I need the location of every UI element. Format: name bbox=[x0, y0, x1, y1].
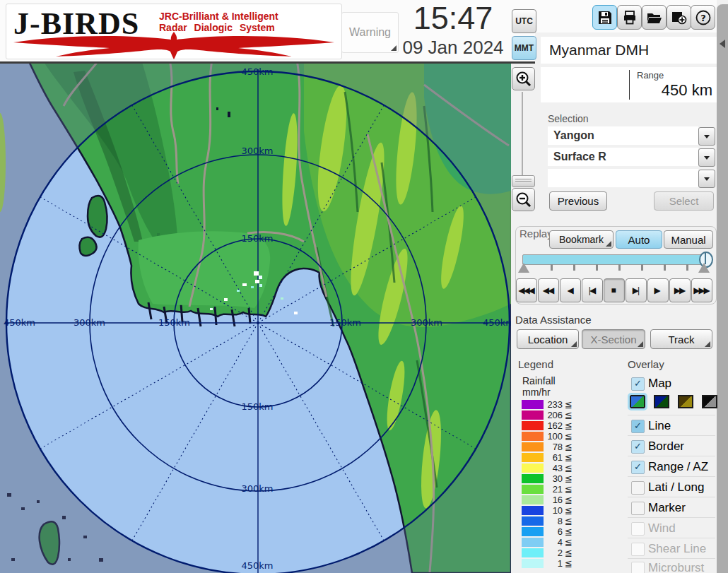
zoom-in-button[interactable] bbox=[512, 67, 535, 90]
legend-value: 61≦ bbox=[541, 452, 573, 463]
xsection-button[interactable]: X-Section bbox=[582, 329, 645, 349]
checkbox-checked-icon[interactable]: ✓ bbox=[631, 461, 645, 474]
rewind-fast-button[interactable]: ◀◀ bbox=[538, 278, 559, 302]
stop-button[interactable]: ■ bbox=[604, 278, 625, 302]
svg-text:150km: 150km bbox=[241, 233, 273, 244]
range-label: Range bbox=[637, 70, 664, 81]
overlay-item-lati-long[interactable]: Lati / Long bbox=[628, 480, 715, 497]
slider-tick bbox=[573, 264, 575, 271]
open-folder-button[interactable] bbox=[642, 5, 667, 30]
range-end-marker[interactable] bbox=[698, 263, 710, 273]
dropdown-extra-button[interactable] bbox=[698, 170, 715, 188]
zoom-slider-track[interactable] bbox=[522, 92, 523, 175]
help-button[interactable]: ? bbox=[691, 5, 715, 30]
manual-button[interactable]: Manual bbox=[664, 230, 713, 249]
svg-text:300km: 300km bbox=[74, 317, 105, 328]
legend-swatch bbox=[522, 453, 544, 462]
legend-value: 30≦ bbox=[541, 473, 573, 484]
overlay-item-border[interactable]: ✓ Border bbox=[628, 439, 715, 456]
zoom-out-button[interactable] bbox=[512, 188, 535, 211]
range-start-marker[interactable] bbox=[518, 263, 529, 273]
legend-swatch bbox=[522, 516, 544, 526]
location-button[interactable]: Location bbox=[517, 329, 579, 349]
island-cheduba bbox=[79, 237, 96, 256]
checkbox-checked-icon[interactable]: ✓ bbox=[631, 440, 645, 454]
checkbox-checked-icon[interactable]: ✓ bbox=[631, 420, 645, 433]
select-button[interactable]: Select bbox=[654, 191, 714, 211]
checkbox-unchecked-icon[interactable] bbox=[631, 502, 645, 515]
checkbox-checked-icon[interactable]: ✓ bbox=[631, 377, 645, 391]
track-button[interactable]: Track bbox=[650, 329, 712, 349]
map-style-swatch-1[interactable] bbox=[630, 395, 645, 408]
header: J-BIRDS JRC-Brilliant & Intelligent Rada… bbox=[0, 0, 535, 64]
overlay-item-range-az[interactable]: ✓ Range / AZ bbox=[628, 459, 715, 476]
overlay-title: Overlay bbox=[628, 358, 664, 370]
dropdown-extra[interactable] bbox=[548, 169, 715, 187]
dropdown-product-button[interactable] bbox=[698, 148, 715, 167]
legend-value: 206≦ bbox=[541, 410, 573, 420]
location-button-label: Location bbox=[528, 333, 568, 345]
overlay-item-label: Border bbox=[648, 439, 684, 454]
save-button[interactable] bbox=[592, 5, 617, 30]
dropdown-site-button[interactable] bbox=[698, 127, 715, 146]
divider bbox=[628, 517, 715, 518]
mmt-button[interactable]: MMT bbox=[512, 36, 536, 60]
skip-end-button[interactable]: ▶| bbox=[626, 278, 647, 302]
map-style-swatch-4[interactable] bbox=[702, 395, 717, 408]
overlay-item-shear-line[interactable]: Shear Line bbox=[628, 541, 715, 558]
svg-text:300km: 300km bbox=[411, 317, 442, 328]
legend-swatch bbox=[522, 421, 544, 430]
play-button[interactable]: ▶ bbox=[647, 278, 669, 302]
checkbox-unchecked-icon[interactable] bbox=[631, 481, 645, 495]
print-button[interactable] bbox=[617, 5, 642, 30]
island-ramree bbox=[88, 196, 107, 237]
radar-map[interactable]: 450km 300km 150km 150km 300km 450km 450k… bbox=[0, 64, 511, 573]
collapse-arrow-icon[interactable] bbox=[720, 40, 725, 48]
map-style-swatch-2[interactable] bbox=[654, 395, 669, 408]
slider-tick bbox=[641, 264, 643, 271]
forward-fastest-button[interactable]: ▶▶▶ bbox=[691, 278, 712, 302]
auto-button[interactable]: Auto bbox=[616, 230, 662, 249]
add-image-button[interactable] bbox=[667, 5, 691, 30]
panel-collapse-strip[interactable] bbox=[717, 4, 728, 573]
bookmark-button-label: Bookmark bbox=[559, 234, 604, 245]
dropdown-site[interactable]: Yangon bbox=[548, 126, 715, 145]
slider-tick bbox=[664, 264, 666, 271]
divider bbox=[628, 415, 715, 415]
rewind-fastest-button[interactable]: ◀◀◀ bbox=[516, 278, 537, 302]
dropdown-product[interactable]: Surface R bbox=[548, 148, 715, 166]
legend-value: 233≦ bbox=[541, 399, 573, 410]
map-style-row bbox=[629, 395, 717, 410]
utc-button[interactable]: UTC bbox=[512, 9, 536, 33]
add-image-icon bbox=[671, 9, 688, 26]
replay-progress-bar[interactable] bbox=[522, 254, 712, 265]
chevron-down-icon bbox=[704, 135, 710, 138]
overlay-item-line[interactable]: ✓ Line bbox=[628, 418, 715, 435]
legend-swatch bbox=[522, 463, 544, 473]
previous-button[interactable]: Previous bbox=[549, 191, 607, 211]
step-back-button[interactable]: ◀ bbox=[560, 278, 581, 302]
overlay-item-label: Lati / Long bbox=[648, 480, 704, 495]
station-name: Myanmar DMH bbox=[541, 37, 717, 64]
checkbox-disabled-icon bbox=[631, 562, 645, 573]
bookmark-button[interactable]: Bookmark bbox=[549, 230, 613, 249]
forward-fast-button[interactable]: ▶▶ bbox=[669, 278, 691, 302]
legend-value: 21≦ bbox=[541, 484, 573, 495]
overlay-item-marker[interactable]: Marker bbox=[628, 500, 715, 517]
svg-text:450km: 450km bbox=[241, 66, 273, 77]
legend-value: 78≦ bbox=[541, 442, 573, 452]
overlay-item-label: Map bbox=[648, 377, 671, 391]
overlay-item-microburst[interactable]: Microburst bbox=[628, 560, 715, 573]
overlay-item-map[interactable]: ✓ Map bbox=[628, 376, 715, 393]
zoom-slider-handle[interactable] bbox=[512, 175, 535, 187]
svg-text:150km: 150km bbox=[158, 317, 190, 328]
dropdown-extra-value bbox=[548, 169, 698, 187]
divider bbox=[628, 435, 715, 436]
map-style-swatch-3[interactable] bbox=[678, 395, 693, 408]
legend-swatch bbox=[522, 432, 544, 441]
legend-swatch bbox=[522, 485, 544, 494]
overlay-item-wind[interactable]: Wind bbox=[628, 521, 715, 538]
skip-start-button[interactable]: |◀ bbox=[582, 278, 603, 302]
divider bbox=[628, 497, 715, 497]
svg-text:300km: 300km bbox=[241, 483, 273, 494]
